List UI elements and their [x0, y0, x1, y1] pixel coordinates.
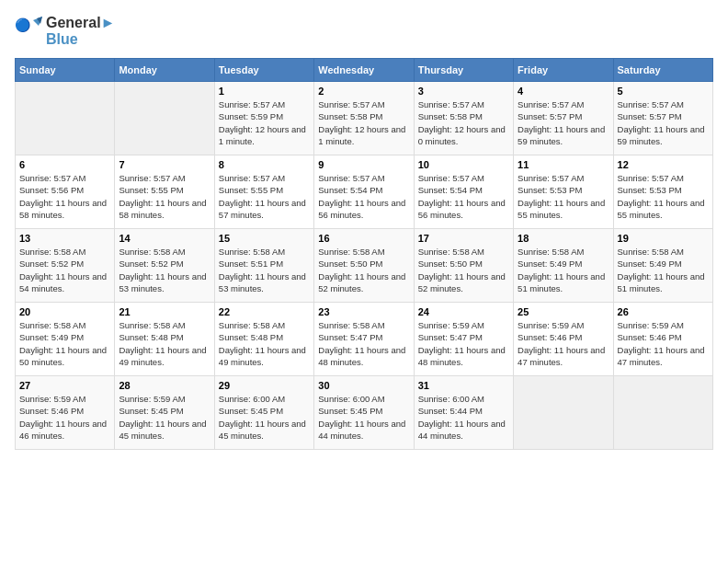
day-info: Sunrise: 5:57 AMSunset: 5:58 PMDaylight:… — [318, 98, 409, 147]
calendar-cell: 8Sunrise: 5:57 AMSunset: 5:55 PMDaylight… — [214, 155, 313, 229]
day-info: Sunrise: 5:57 AMSunset: 5:54 PMDaylight:… — [318, 172, 409, 221]
day-number: 29 — [219, 380, 310, 391]
calendar-cell: 28Sunrise: 5:59 AMSunset: 5:45 PMDayligh… — [115, 376, 214, 450]
weekday-header-monday: Monday — [115, 59, 214, 82]
day-info: Sunrise: 5:57 AMSunset: 5:58 PMDaylight:… — [418, 98, 509, 147]
day-info: Sunrise: 5:57 AMSunset: 5:55 PMDaylight:… — [219, 172, 310, 221]
calendar-cell: 12Sunrise: 5:57 AMSunset: 5:53 PMDayligh… — [613, 155, 712, 229]
day-info: Sunrise: 5:58 AMSunset: 5:51 PMDaylight:… — [219, 246, 310, 294]
day-number: 13 — [19, 233, 110, 244]
day-number: 30 — [318, 380, 409, 391]
day-number: 11 — [518, 159, 609, 170]
page-header: 🔵 General► Blue — [15, 15, 713, 47]
day-number: 12 — [618, 159, 709, 170]
day-number: 22 — [219, 306, 310, 317]
calendar-cell: 22Sunrise: 5:58 AMSunset: 5:48 PMDayligh… — [214, 303, 313, 376]
day-info: Sunrise: 5:58 AMSunset: 5:48 PMDaylight:… — [219, 319, 310, 368]
day-info: Sunrise: 5:57 AMSunset: 5:54 PMDaylight:… — [418, 172, 509, 221]
calendar-cell: 14Sunrise: 5:58 AMSunset: 5:52 PMDayligh… — [115, 229, 214, 303]
weekday-header-saturday: Saturday — [613, 59, 712, 82]
day-number: 7 — [119, 159, 210, 170]
calendar-cell: 10Sunrise: 5:57 AMSunset: 5:54 PMDayligh… — [414, 155, 513, 229]
day-number: 8 — [219, 159, 310, 170]
day-info: Sunrise: 5:58 AMSunset: 5:52 PMDaylight:… — [19, 246, 110, 294]
calendar-cell: 5Sunrise: 5:57 AMSunset: 5:57 PMDaylight… — [613, 82, 712, 155]
day-number: 2 — [318, 86, 409, 97]
calendar-cell — [613, 376, 712, 450]
day-number: 17 — [418, 233, 509, 244]
day-number: 10 — [418, 159, 509, 170]
day-number: 3 — [418, 86, 509, 97]
svg-text:🔵: 🔵 — [15, 17, 31, 33]
day-number: 16 — [318, 233, 409, 244]
day-info: Sunrise: 5:59 AMSunset: 5:46 PMDaylight:… — [19, 393, 110, 442]
weekday-header-sunday: Sunday — [16, 59, 115, 82]
day-info: Sunrise: 6:00 AMSunset: 5:45 PMDaylight:… — [318, 393, 409, 442]
day-number: 27 — [19, 380, 110, 391]
day-number: 24 — [418, 306, 509, 317]
day-number: 15 — [219, 233, 310, 244]
day-info: Sunrise: 6:00 AMSunset: 5:44 PMDaylight:… — [418, 393, 509, 442]
day-number: 5 — [618, 86, 709, 97]
day-info: Sunrise: 5:59 AMSunset: 5:45 PMDaylight:… — [119, 393, 210, 442]
logo-line1: General► — [46, 15, 115, 31]
calendar-table: SundayMondayTuesdayWednesdayThursdayFrid… — [15, 58, 713, 450]
day-number: 23 — [318, 306, 409, 317]
calendar-cell: 3Sunrise: 5:57 AMSunset: 5:58 PMDaylight… — [414, 82, 513, 155]
calendar-cell: 29Sunrise: 6:00 AMSunset: 5:45 PMDayligh… — [214, 376, 313, 450]
day-number: 21 — [119, 306, 210, 317]
day-info: Sunrise: 5:58 AMSunset: 5:48 PMDaylight:… — [119, 319, 210, 368]
day-info: Sunrise: 5:57 AMSunset: 5:53 PMDaylight:… — [518, 172, 609, 221]
weekday-header-wednesday: Wednesday — [314, 59, 414, 82]
day-info: Sunrise: 5:58 AMSunset: 5:49 PMDaylight:… — [518, 246, 609, 294]
calendar-cell: 25Sunrise: 5:59 AMSunset: 5:46 PMDayligh… — [514, 303, 613, 376]
calendar-cell: 18Sunrise: 5:58 AMSunset: 5:49 PMDayligh… — [514, 229, 613, 303]
day-info: Sunrise: 5:58 AMSunset: 5:49 PMDaylight:… — [618, 246, 709, 294]
calendar-cell: 19Sunrise: 5:58 AMSunset: 5:49 PMDayligh… — [613, 229, 712, 303]
day-number: 25 — [518, 306, 609, 317]
calendar-cell: 15Sunrise: 5:58 AMSunset: 5:51 PMDayligh… — [214, 229, 313, 303]
day-info: Sunrise: 5:58 AMSunset: 5:47 PMDaylight:… — [318, 319, 409, 368]
calendar-cell — [115, 82, 214, 155]
calendar-cell: 4Sunrise: 5:57 AMSunset: 5:57 PMDaylight… — [514, 82, 613, 155]
calendar-cell: 31Sunrise: 6:00 AMSunset: 5:44 PMDayligh… — [414, 376, 513, 450]
day-info: Sunrise: 5:57 AMSunset: 5:57 PMDaylight:… — [618, 98, 709, 147]
day-info: Sunrise: 5:58 AMSunset: 5:50 PMDaylight:… — [318, 246, 409, 294]
day-number: 9 — [318, 159, 409, 170]
day-info: Sunrise: 5:59 AMSunset: 5:46 PMDaylight:… — [618, 319, 709, 368]
day-info: Sunrise: 5:59 AMSunset: 5:47 PMDaylight:… — [418, 319, 509, 368]
calendar-cell: 13Sunrise: 5:58 AMSunset: 5:52 PMDayligh… — [16, 229, 115, 303]
calendar-cell: 20Sunrise: 5:58 AMSunset: 5:49 PMDayligh… — [16, 303, 115, 376]
calendar-cell: 1Sunrise: 5:57 AMSunset: 5:59 PMDaylight… — [214, 82, 313, 155]
calendar-cell: 24Sunrise: 5:59 AMSunset: 5:47 PMDayligh… — [414, 303, 513, 376]
day-info: Sunrise: 5:58 AMSunset: 5:52 PMDaylight:… — [119, 246, 210, 294]
day-number: 4 — [518, 86, 609, 97]
day-number: 28 — [119, 380, 210, 391]
calendar-cell — [16, 82, 115, 155]
calendar-cell: 16Sunrise: 5:58 AMSunset: 5:50 PMDayligh… — [314, 229, 414, 303]
day-info: Sunrise: 5:57 AMSunset: 5:53 PMDaylight:… — [618, 172, 709, 221]
weekday-header-friday: Friday — [514, 59, 613, 82]
day-info: Sunrise: 5:57 AMSunset: 5:55 PMDaylight:… — [119, 172, 210, 221]
calendar-cell: 7Sunrise: 5:57 AMSunset: 5:55 PMDaylight… — [115, 155, 214, 229]
day-info: Sunrise: 5:58 AMSunset: 5:50 PMDaylight:… — [418, 246, 509, 294]
day-info: Sunrise: 5:57 AMSunset: 5:59 PMDaylight:… — [219, 98, 310, 147]
weekday-header-tuesday: Tuesday — [214, 59, 313, 82]
calendar-cell: 23Sunrise: 5:58 AMSunset: 5:47 PMDayligh… — [314, 303, 414, 376]
logo: 🔵 General► Blue — [15, 15, 115, 47]
calendar-cell: 30Sunrise: 6:00 AMSunset: 5:45 PMDayligh… — [314, 376, 414, 450]
day-number: 1 — [219, 86, 310, 97]
calendar-cell: 6Sunrise: 5:57 AMSunset: 5:56 PMDaylight… — [16, 155, 115, 229]
day-info: Sunrise: 5:57 AMSunset: 5:57 PMDaylight:… — [518, 98, 609, 147]
calendar-cell: 9Sunrise: 5:57 AMSunset: 5:54 PMDaylight… — [314, 155, 414, 229]
weekday-header-thursday: Thursday — [414, 59, 513, 82]
calendar-cell: 26Sunrise: 5:59 AMSunset: 5:46 PMDayligh… — [613, 303, 712, 376]
day-number: 26 — [618, 306, 709, 317]
day-number: 19 — [618, 233, 709, 244]
day-info: Sunrise: 5:57 AMSunset: 5:56 PMDaylight:… — [19, 172, 110, 221]
calendar-cell: 2Sunrise: 5:57 AMSunset: 5:58 PMDaylight… — [314, 82, 414, 155]
calendar-cell: 27Sunrise: 5:59 AMSunset: 5:46 PMDayligh… — [16, 376, 115, 450]
calendar-cell — [514, 376, 613, 450]
logo-icon: 🔵 — [15, 17, 42, 42]
calendar-cell: 11Sunrise: 5:57 AMSunset: 5:53 PMDayligh… — [514, 155, 613, 229]
